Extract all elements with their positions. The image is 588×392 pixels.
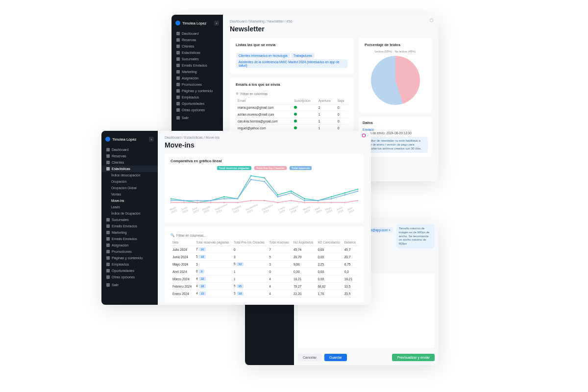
sidebar-item[interactable]: Dashboard [172,30,223,37]
sidebar-item[interactable]: Promociones [101,248,158,255]
sidebar-item[interactable]: Páginas y contenido [101,255,158,261]
table-row[interactable]: Enero 2024415318422,201,7820,5 [171,290,358,297]
table-row[interactable]: Junio 20245183520,700,0020,7 [171,253,358,261]
table-row[interactable]: Julio 20247200745,740,0045,7 [171,246,358,253]
sidebar-subitem[interactable]: Leads [101,204,158,210]
sidebar-item[interactable]: Páginas y contenido [172,88,223,94]
sidebar-item[interactable]: Promociones [172,81,223,88]
sidebar-item[interactable]: Emails Enviados [101,223,158,229]
sidebar-item[interactable]: Oportunidades [172,100,223,107]
sidebar-item[interactable]: Clientes [101,159,158,166]
list-tag[interactable]: Clientes interesados en tecnología [236,53,290,58]
sidebar-item[interactable]: Empleados [172,94,223,100]
filter-input[interactable] [241,92,348,96]
sidebar-subitem[interactable]: Ocupación [101,178,158,185]
nav-label: Páginas y contenido [182,89,213,93]
nav-label: Reservas [182,38,196,42]
table-row[interactable]: carolina.herrera@gmail.com10 [236,118,348,125]
column-header[interactable]: Baja [336,98,348,104]
sidebar-item[interactable]: Estadísticas [101,166,158,172]
sidebar-item[interactable]: Empleados [101,261,158,268]
cancel-button[interactable]: Cancelar [298,354,321,361]
sidebar-item[interactable]: Otras opciones [101,274,158,280]
notification-button[interactable] [361,133,366,138]
nav-label: Promociones [182,83,202,86]
svg-point-28 [344,202,345,203]
column-header[interactable]: M2 Cancelados [316,239,342,246]
notification-button[interactable] [429,18,434,23]
chart-legend: Total reservas pagadas Total Pre-Ins Cre… [171,166,358,170]
moveins-table: MesTotal reservas pagadasTotal Pre-Ins C… [171,239,358,297]
logout-icon [106,283,110,287]
cell-email: maria.gomez@gmail.com [236,104,292,111]
sidebar-item[interactable]: Clientes [172,43,223,49]
sidebar-subitem[interactable]: Índice de Ocupación [101,210,158,217]
nav-icon [176,57,180,61]
nav-icon [176,45,180,48]
filter-input[interactable] [176,234,358,237]
sidebar-item[interactable]: Asignación [172,75,223,81]
breadcrumb[interactable]: Dashboard / Estadísticas / Move-ins [165,136,364,139]
nav-icon [106,256,110,260]
table-row[interactable]: Febrero 2024418535479,2768,6210,5 [171,283,358,290]
table-row[interactable]: Mayo 2024353239,002,256,75 [171,261,358,268]
column-header[interactable]: Total Pre-Ins Creadas [232,239,267,246]
preview-send-button[interactable]: Previsualizar y enviar [392,354,435,361]
cell: 18,21 [343,275,358,283]
column-header[interactable]: Balance [343,239,358,246]
sidebar-item[interactable]: Dashboard [101,147,158,153]
cell: 0 [232,246,267,253]
breadcrumb[interactable]: Dashboard / Marketing / Newsletter / 456 [230,20,432,23]
sidebar-item[interactable]: Sucursales [101,217,158,223]
cell: 5 [267,253,292,261]
content-area: Dashboard / Estadísticas / Move-ins Move… [158,131,371,305]
column-header[interactable]: Suscripción [292,98,317,104]
bell-icon [362,134,366,137]
cell-email: carolina.herrera@gmail.com [236,118,292,125]
sidebar-item[interactable]: Oportunidades [101,268,158,274]
column-header[interactable]: M2 Alquilados [292,239,316,246]
column-header[interactable]: Mes [171,239,194,246]
table-row[interactable]: Marzo 20244221418,210,0018,21 [171,275,358,283]
sidebar-item[interactable]: Asignación [101,242,158,248]
table-row[interactable]: Abril 202403100,000,000,0 [171,268,358,275]
table-row[interactable]: maria.gomez@gmail.com20 [236,104,348,111]
sidebar-subitem[interactable]: Ocupación Global [101,185,158,191]
user-name: Timotea López [182,21,206,25]
sidebar-footer[interactable]: Salir [172,113,223,122]
logout-icon [176,116,180,120]
nav-label: Sucursales [182,57,199,61]
sidebar-subitem[interactable]: Move-ins [101,197,158,204]
list-tag[interactable]: Asistentes de la conferencia MWC Madrid … [236,59,347,68]
pie-card-title: Porcentaje de leídos [365,43,426,47]
column-header[interactable]: Email [236,98,292,104]
sidebar-item[interactable]: Marketing [172,69,223,75]
sidebar-item[interactable]: Otras opciones [172,107,223,113]
sidebar-item[interactable]: Reservas [172,37,223,43]
save-button[interactable]: Guardar [324,354,347,361]
cell: 1,78 [316,290,342,297]
table-row[interactable]: adrian.moreno@mail.com10 [236,111,348,118]
svg-point-25 [304,202,305,203]
sidebar-item[interactable]: Emails Enviados [172,62,223,69]
sidebar-item[interactable]: Estadísticas [172,49,223,56]
sidebar-subitem[interactable]: Índice desocupación [101,172,158,178]
dates-card-title: Datos [363,121,428,125]
collapse-sidebar-button[interactable]: ‹ [214,21,219,25]
column-header[interactable]: Apertura [317,98,336,104]
sidebar-item[interactable]: Reservas [101,153,158,159]
sidebar-item[interactable]: Sucursales [172,56,223,62]
list-tag[interactable]: Trabajadores [291,53,315,58]
sidebar-item[interactable]: Marketing [101,229,158,236]
svg-point-39 [291,192,292,194]
sidebar-subitem[interactable]: Ventas [101,191,158,197]
sidebar-footer[interactable]: Salir [101,280,158,290]
cell: 518 [194,253,232,261]
cell-opens: 1 [317,111,336,118]
collapse-sidebar-button[interactable]: ‹ [149,137,154,142]
column-header[interactable]: Total reservas [267,239,292,246]
sidebar-item[interactable]: Emails Enviados [101,236,158,242]
column-header[interactable]: Total reservas pagadas [194,239,232,246]
nav-label: Otras opciones [112,275,135,279]
nav-icon [106,231,110,234]
